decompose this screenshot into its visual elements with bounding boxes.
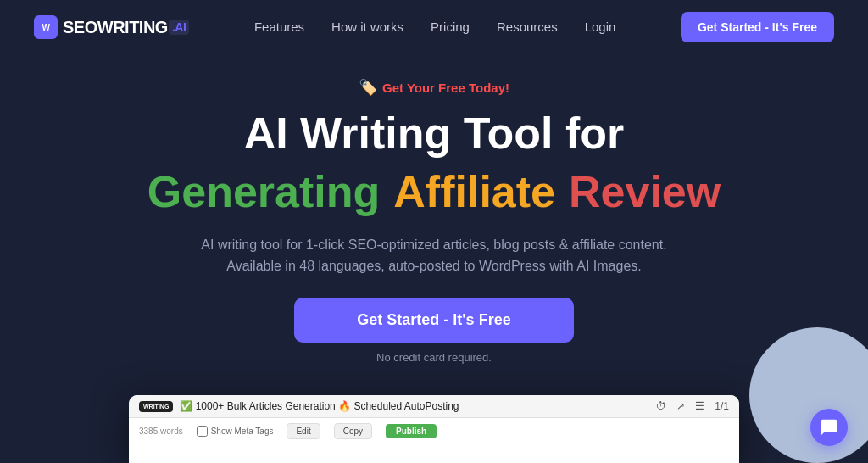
logo-seo-text: SEO xyxy=(63,18,97,37)
svg-text:W: W xyxy=(42,23,51,32)
hero-word-generating: Generating xyxy=(147,166,381,217)
video-header: WRITING ✅ 1000+ Bulk Articles Generation… xyxy=(129,395,739,418)
page-wrapper: W SEOWRITING.AI Features How it works Pr… xyxy=(0,0,868,463)
hero-title: AI Writing Tool for xyxy=(244,109,625,159)
nav-cta-button[interactable]: Get Started - It's Free xyxy=(681,12,834,42)
copy-button[interactable]: Copy xyxy=(334,423,372,439)
hero-subtitle: Generating Affiliate Review xyxy=(147,166,721,217)
hero-word-review: Review xyxy=(569,166,721,217)
chat-bubble-button[interactable] xyxy=(810,409,848,446)
share-icon: ↗ xyxy=(676,400,685,412)
navbar: W SEOWRITING.AI Features How it works Pr… xyxy=(0,0,868,54)
video-preview-container: WRITING ✅ 1000+ Bulk Articles Generation… xyxy=(129,395,739,463)
logo-writing-text: WRITING xyxy=(97,18,168,37)
video-logo: WRITING xyxy=(139,401,173,412)
edit-button[interactable]: Edit xyxy=(287,423,320,439)
meta-tags-checkbox[interactable]: Show Meta Tags xyxy=(197,426,274,437)
badge-text: Get Your Free Today! xyxy=(382,81,509,95)
decorative-circle xyxy=(749,327,868,463)
page-count: 1/1 xyxy=(715,400,729,412)
hero-description: AI writing tool for 1-click SEO-optimize… xyxy=(197,234,671,277)
nav-links: Features How it works Pricing Resources … xyxy=(254,20,615,35)
meta-label: Show Meta Tags xyxy=(211,427,274,436)
meta-checkbox-input[interactable] xyxy=(197,426,208,437)
hero-word-affiliate: Affiliate xyxy=(393,166,555,217)
logo[interactable]: W SEOWRITING.AI xyxy=(34,15,189,39)
nav-resources[interactable]: Resources xyxy=(497,20,558,34)
hero-badge: 🏷️ Get Your Free Today! xyxy=(359,78,509,97)
hero-cta-button[interactable]: Get Started - It's Free xyxy=(294,298,574,343)
hero-section: 🏷️ Get Your Free Today! AI Writing Tool … xyxy=(0,54,868,379)
video-title-emoji: ✅ xyxy=(180,400,192,412)
words-count: 3385 words xyxy=(139,427,183,436)
nav-pricing[interactable]: Pricing xyxy=(431,20,470,34)
badge-icon: 🏷️ xyxy=(359,78,377,97)
logo-ai-text: .AI xyxy=(169,20,189,35)
nav-features[interactable]: Features xyxy=(254,20,304,34)
video-header-icons: ⏱ ↗ ☰ 1/1 xyxy=(656,400,729,412)
video-title: ✅ 1000+ Bulk Articles Generation 🔥 Sched… xyxy=(180,400,459,412)
logo-icon: W xyxy=(34,15,58,39)
publish-button[interactable]: Publish xyxy=(386,424,437,438)
timer-icon: ⏱ xyxy=(656,400,666,412)
nav-how-it-works[interactable]: How it works xyxy=(331,20,403,34)
menu-icon: ☰ xyxy=(695,400,704,412)
no-credit-card-text: No credit card required. xyxy=(376,351,492,364)
video-body: 3385 words Show Meta Tags Edit Copy Publ… xyxy=(129,418,739,444)
video-preview: WRITING ✅ 1000+ Bulk Articles Generation… xyxy=(129,395,739,463)
nav-login[interactable]: Login xyxy=(585,20,616,34)
video-title-main: 1000+ Bulk Articles Generation 🔥 Schedul… xyxy=(196,400,459,412)
